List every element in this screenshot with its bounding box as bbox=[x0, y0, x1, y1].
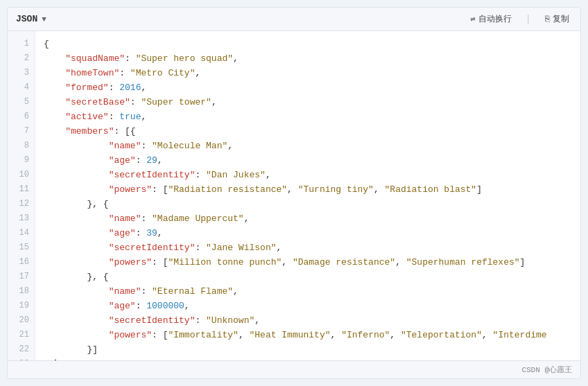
code-line-17: }, { bbox=[44, 270, 580, 284]
format-label: JSON bbox=[16, 14, 37, 24]
code-line-4: "formed": 2016, bbox=[44, 80, 580, 95]
line-num-5: 5 bbox=[8, 95, 35, 109]
editor-body: 1 2 3 4 5 6 7 8 9 10 11 12 13 14 15 16 1… bbox=[8, 31, 580, 360]
code-line-14: "age": 39, bbox=[44, 226, 580, 240]
json-editor: JSON ▼ ⇌ 自动换行 | ⎘ 复制 1 2 3 4 5 6 7 8 9 1… bbox=[7, 7, 581, 379]
line-num-1: 1 bbox=[8, 37, 35, 51]
line-num-13: 13 bbox=[8, 211, 35, 226]
code-line-7: "members": [{ bbox=[44, 124, 580, 139]
dropdown-arrow-icon: ▼ bbox=[42, 15, 46, 24]
code-line-6: "active": true, bbox=[44, 109, 580, 124]
line-num-21: 21 bbox=[8, 328, 35, 342]
code-line-15: "secretIdentity": "Jane Wilson", bbox=[44, 240, 580, 255]
line-num-17: 17 bbox=[8, 270, 35, 284]
editor-header: JSON ▼ ⇌ 自动换行 | ⎘ 复制 bbox=[8, 8, 580, 31]
line-num-10: 10 bbox=[8, 168, 35, 182]
code-line-19: "age": 1000000, bbox=[44, 299, 580, 313]
line-num-16: 16 bbox=[8, 255, 35, 270]
code-line-5: "secretBase": "Super tower", bbox=[44, 95, 580, 109]
code-line-22: }] bbox=[44, 342, 580, 357]
copy-icon: ⎘ bbox=[545, 15, 550, 24]
line-num-7: 7 bbox=[8, 124, 35, 139]
code-line-18: "name": "Eternal Flame", bbox=[44, 284, 580, 299]
line-num-2: 2 bbox=[8, 51, 35, 66]
code-line-8: "name": "Molecule Man", bbox=[44, 139, 580, 153]
format-selector[interactable]: JSON ▼ bbox=[16, 14, 46, 24]
line-num-19: 19 bbox=[8, 299, 35, 313]
line-numbers: 1 2 3 4 5 6 7 8 9 10 11 12 13 14 15 16 1… bbox=[8, 31, 35, 360]
copy-label: 复制 bbox=[553, 13, 569, 25]
line-num-3: 3 bbox=[8, 66, 35, 80]
line-num-4: 4 bbox=[8, 80, 35, 95]
code-line-3: "homeTown": "Metro City", bbox=[44, 66, 580, 80]
code-line-1: { bbox=[44, 37, 580, 51]
line-num-6: 6 bbox=[8, 109, 35, 124]
code-line-9: "age": 29, bbox=[44, 153, 580, 168]
code-line-16: "powers": ["Million tonne punch", "Damag… bbox=[44, 255, 580, 270]
auto-wrap-button[interactable]: ⇌ 自动换行 bbox=[467, 12, 514, 26]
code-line-2: "squadName": "Super hero squad", bbox=[44, 51, 580, 66]
line-num-15: 15 bbox=[8, 240, 35, 255]
code-line-13: "name": "Madame Uppercut", bbox=[44, 211, 580, 226]
code-line-20: "secretIdentity": "Unknown", bbox=[44, 313, 580, 328]
line-num-18: 18 bbox=[8, 284, 35, 299]
editor-footer: CSDN @心愿王 bbox=[8, 360, 580, 378]
line-num-11: 11 bbox=[8, 182, 35, 197]
copy-button[interactable]: ⎘ 复制 bbox=[542, 12, 572, 26]
code-line-10: "secretIdentity": "Dan Jukes", bbox=[44, 168, 580, 182]
line-num-9: 9 bbox=[8, 153, 35, 168]
line-num-8: 8 bbox=[8, 139, 35, 153]
line-num-14: 14 bbox=[8, 226, 35, 240]
code-line-12: }, { bbox=[44, 197, 580, 211]
line-num-22: 22 bbox=[8, 342, 35, 357]
attribution-text: CSDN @心愿王 bbox=[521, 365, 572, 375]
auto-wrap-label: 自动换行 bbox=[478, 13, 512, 25]
header-divider: | bbox=[526, 14, 531, 25]
code-content[interactable]: { "squadName": "Super hero squad", "home… bbox=[35, 31, 580, 360]
line-num-20: 20 bbox=[8, 313, 35, 328]
code-line-11: "powers": ["Radiation resistance", "Turn… bbox=[44, 182, 580, 197]
auto-wrap-icon: ⇌ bbox=[470, 14, 475, 24]
line-num-12: 12 bbox=[8, 197, 35, 211]
code-line-21: "powers": ["Immortality", "Heat Immunity… bbox=[44, 328, 580, 342]
header-actions: ⇌ 自动换行 | ⎘ 复制 bbox=[467, 12, 572, 26]
